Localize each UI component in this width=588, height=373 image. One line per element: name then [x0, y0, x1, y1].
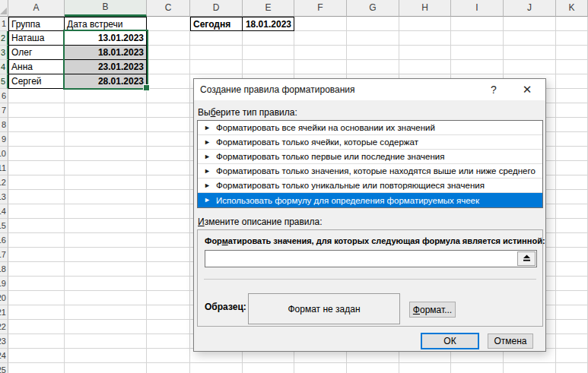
column-header-A[interactable]: A: [8, 0, 65, 17]
cell-E1[interactable]: 18.01.2023: [243, 17, 294, 31]
cell-I2[interactable]: [451, 31, 504, 46]
row-header-12[interactable]: 12: [0, 175, 8, 190]
cell-K25[interactable]: [556, 363, 588, 373]
row-header-24[interactable]: 24: [0, 349, 8, 363]
cell-K5[interactable]: [556, 74, 588, 89]
cell-C10[interactable]: [147, 147, 190, 161]
cell-B25[interactable]: [65, 363, 147, 373]
cell-H3[interactable]: [399, 46, 451, 60]
row-header-17[interactable]: 17: [0, 248, 8, 262]
cell-F3[interactable]: [294, 46, 347, 60]
cell-K24[interactable]: [556, 349, 588, 363]
cell-K21[interactable]: [556, 305, 588, 320]
cell-A16[interactable]: [8, 233, 65, 248]
row-header-7[interactable]: 7: [0, 103, 8, 118]
cell-B2[interactable]: 13.01.2023: [65, 31, 147, 46]
rule-type-item[interactable]: ►Форматировать только ячейки, которые со…: [198, 135, 542, 150]
collapse-dialog-button[interactable]: [517, 251, 536, 266]
cell-F2[interactable]: [294, 31, 347, 46]
cell-C13[interactable]: [147, 190, 190, 204]
cell-A2[interactable]: Наташа: [8, 31, 65, 46]
format-button[interactable]: Формат...: [409, 302, 456, 318]
cell-K13[interactable]: [556, 190, 588, 204]
cell-B1[interactable]: Дата встречи: [65, 17, 147, 31]
rule-type-item[interactable]: ►Форматировать все ячейки на основании и…: [198, 121, 542, 135]
cell-G3[interactable]: [347, 46, 399, 60]
cell-B14[interactable]: [65, 204, 147, 219]
cell-A25[interactable]: [8, 363, 65, 373]
row-header-21[interactable]: 21: [0, 305, 8, 320]
row-header-14[interactable]: 14: [0, 204, 8, 219]
cell-G25[interactable]: [347, 363, 399, 373]
cell-K14[interactable]: [556, 204, 588, 219]
cancel-button[interactable]: Отмена: [488, 333, 533, 349]
cell-J4[interactable]: [504, 60, 556, 74]
cell-B11[interactable]: [65, 161, 147, 175]
cell-C21[interactable]: [147, 305, 190, 320]
cell-B3[interactable]: 18.01.2023: [65, 46, 147, 60]
cell-H2[interactable]: [399, 31, 451, 46]
cell-B9[interactable]: [65, 132, 147, 147]
cell-E25[interactable]: [243, 363, 294, 373]
row-header-22[interactable]: 22: [0, 320, 8, 334]
cell-H4[interactable]: [399, 60, 451, 74]
cell-B20[interactable]: [65, 291, 147, 305]
cell-E2[interactable]: [243, 31, 294, 46]
column-header-J[interactable]: J: [504, 0, 556, 17]
cell-I4[interactable]: [451, 60, 504, 74]
cell-D2[interactable]: [190, 31, 243, 46]
cell-C8[interactable]: [147, 118, 190, 132]
cell-K23[interactable]: [556, 334, 588, 349]
cell-C17[interactable]: [147, 248, 190, 262]
column-header-B[interactable]: B: [65, 0, 147, 17]
row-header-4[interactable]: 4: [0, 60, 8, 74]
select-all-corner[interactable]: [0, 0, 8, 17]
cell-A7[interactable]: [8, 103, 65, 118]
column-header-C[interactable]: C: [147, 0, 190, 17]
cell-A14[interactable]: [8, 204, 65, 219]
cell-C6[interactable]: [147, 89, 190, 103]
cell-B6[interactable]: [65, 89, 147, 103]
close-icon[interactable]: ✕: [515, 79, 539, 100]
ok-button[interactable]: ОК: [421, 333, 479, 349]
cell-K8[interactable]: [556, 118, 588, 132]
cell-B5[interactable]: 28.01.2023: [65, 74, 147, 89]
cell-B19[interactable]: [65, 277, 147, 291]
cell-G2[interactable]: [347, 31, 399, 46]
row-header-20[interactable]: 20: [0, 291, 8, 305]
cell-C14[interactable]: [147, 204, 190, 219]
cell-K2[interactable]: [556, 31, 588, 46]
rule-type-item[interactable]: ►Использовать формулу для определения фо…: [198, 193, 542, 207]
cell-A3[interactable]: Олег: [8, 46, 65, 60]
cell-K12[interactable]: [556, 175, 588, 190]
cell-B17[interactable]: [65, 248, 147, 262]
cell-J25[interactable]: [504, 363, 556, 373]
cell-C11[interactable]: [147, 161, 190, 175]
rule-type-item[interactable]: ►Форматировать только уникальные или пов…: [198, 179, 542, 193]
row-header-25[interactable]: 25: [0, 363, 8, 373]
formula-input[interactable]: [205, 251, 516, 267]
cell-K15[interactable]: [556, 219, 588, 233]
cell-G1[interactable]: [347, 17, 399, 31]
cell-F4[interactable]: [294, 60, 347, 74]
cell-A20[interactable]: [8, 291, 65, 305]
cell-A18[interactable]: [8, 262, 65, 277]
row-header-2[interactable]: 2: [0, 31, 8, 46]
cell-H1[interactable]: [399, 17, 451, 31]
cell-K17[interactable]: [556, 248, 588, 262]
cell-B18[interactable]: [65, 262, 147, 277]
cell-I25[interactable]: [451, 363, 504, 373]
cell-C23[interactable]: [147, 334, 190, 349]
cell-J1[interactable]: [504, 17, 556, 31]
cell-C2[interactable]: [147, 31, 190, 46]
cell-J2[interactable]: [504, 31, 556, 46]
cell-A23[interactable]: [8, 334, 65, 349]
cell-B7[interactable]: [65, 103, 147, 118]
cell-A12[interactable]: [8, 175, 65, 190]
cell-C24[interactable]: [147, 349, 190, 363]
column-header-I[interactable]: I: [451, 0, 504, 17]
row-header-23[interactable]: 23: [0, 334, 8, 349]
cell-K7[interactable]: [556, 103, 588, 118]
cell-A4[interactable]: Анна: [8, 60, 65, 74]
cell-B21[interactable]: [65, 305, 147, 320]
